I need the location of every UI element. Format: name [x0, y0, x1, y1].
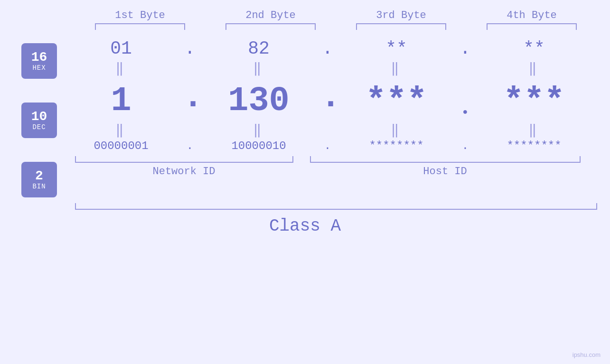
network-id-label: Network ID — [152, 166, 215, 177]
eq-3: ‖ — [349, 60, 444, 76]
byte-header-3: 3rd Byte — [354, 9, 449, 21]
hex-dot-2: . — [320, 38, 335, 59]
badge-dec-num: 10 — [31, 110, 47, 123]
byte-header-2: 2nd Byte — [223, 9, 318, 21]
host-id-bracket — [310, 156, 581, 163]
bin-dot-1: . — [183, 140, 197, 152]
badge-dec-base: DEC — [32, 123, 46, 131]
host-id-section: Host ID — [310, 156, 581, 177]
byte-header-1: 1st Byte — [93, 9, 188, 21]
byte-headers: 1st Byte 2nd Byte 3rd Byte 4th Byte — [75, 9, 597, 21]
dec-dot-1: . — [183, 78, 197, 117]
dec-dot-2: . — [320, 78, 335, 117]
dec-cell-1: 1 — [74, 82, 169, 121]
eq-4: ‖ — [487, 60, 582, 76]
network-id-section: Network ID — [75, 156, 293, 177]
dec-cell-3: *** — [349, 82, 444, 121]
bracket-1 — [95, 23, 185, 30]
bin-cell-4: ******** — [487, 140, 582, 152]
dec-dot-3: ● — [458, 107, 472, 117]
badge-hex-num: 16 — [31, 51, 47, 64]
eq2-3: ‖ — [349, 122, 444, 138]
eq-1: ‖ — [74, 60, 169, 76]
full-bracket-wrapper — [75, 197, 597, 210]
dec-cell-2: 130 — [211, 82, 306, 121]
equal-row-2: ‖ ‖ ‖ ‖ — [66, 121, 589, 140]
eq2-1: ‖ — [74, 122, 169, 138]
eq2-4: ‖ — [487, 122, 582, 138]
bin-cell-1: 00000001 — [74, 140, 169, 152]
bin-cell-2: 10000010 — [211, 140, 306, 152]
hex-cell-1: 01 — [74, 38, 169, 59]
dec-cell-4: *** — [487, 82, 582, 121]
network-id-bracket — [75, 156, 293, 163]
hex-dot-1: . — [183, 38, 197, 59]
watermark: ipshu.com — [572, 351, 601, 358]
hex-dot-3: . — [458, 38, 472, 59]
badge-dec: 10 DEC — [21, 103, 57, 138]
bottom-brackets-row: Network ID Host ID — [66, 156, 589, 177]
hex-cell-4: ** — [487, 38, 582, 59]
full-bottom-bracket — [75, 203, 597, 210]
hex-cell-2: 82 — [211, 38, 306, 59]
host-id-label: Host ID — [423, 166, 467, 177]
bin-dot-3: . — [458, 140, 472, 152]
equal-row-1: ‖ ‖ ‖ ‖ — [66, 59, 589, 78]
bracket-4 — [487, 23, 577, 30]
byte-header-4: 4th Byte — [484, 9, 579, 21]
badges-column: 16 HEX 10 DEC 2 BIN — [21, 43, 57, 197]
bin-cell-3: ******** — [349, 140, 444, 152]
badge-hex: 16 HEX — [21, 43, 57, 79]
grid-area: 01 . 82 . ** . ** ‖ ‖ ‖ ‖ 1 . — [66, 38, 589, 177]
bin-dot-2: . — [320, 140, 335, 152]
badge-bin-num: 2 — [35, 169, 43, 183]
bin-row: 00000001 . 10000010 . ******** . *******… — [66, 140, 589, 152]
hex-cell-3: ** — [349, 38, 444, 59]
eq2-2: ‖ — [211, 122, 306, 138]
hex-row: 01 . 82 . ** . ** — [66, 38, 589, 59]
eq-2: ‖ — [211, 60, 306, 76]
dec-row: 1 . 130 . *** ● *** — [66, 78, 589, 121]
bracket-row — [75, 23, 597, 30]
class-label: Class A — [269, 216, 341, 236]
badge-bin-base: BIN — [32, 183, 46, 190]
bracket-3 — [356, 23, 446, 30]
bracket-2 — [225, 23, 316, 30]
main-container: 1st Byte 2nd Byte 3rd Byte 4th Byte 16 H… — [0, 0, 610, 364]
badge-bin: 2 BIN — [21, 162, 57, 197]
badge-hex-base: HEX — [32, 64, 46, 72]
